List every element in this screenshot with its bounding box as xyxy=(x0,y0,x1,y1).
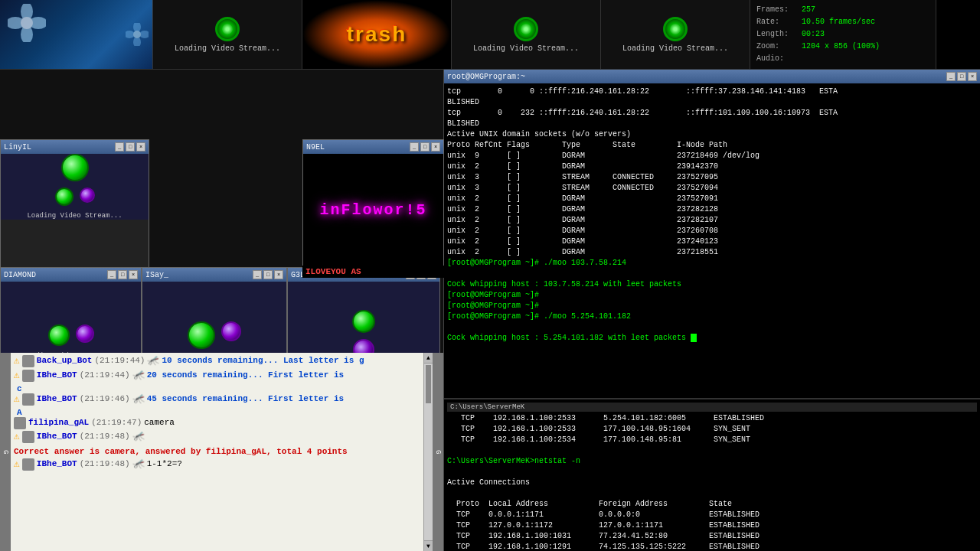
video-cell-4[interactable]: Loading Video Stream... xyxy=(452,0,601,69)
chat-message-4: filipina_gAL (21:19:47) camera xyxy=(14,417,420,429)
username-6: IBhe_BOT xyxy=(37,458,77,469)
length-label: Length: xyxy=(756,28,799,41)
loading-text-5: Loading Video Stream... xyxy=(622,44,728,53)
bt-5: C:\Users\ServerMeK>netstat -n xyxy=(447,456,977,467)
close-btn[interactable]: × xyxy=(129,270,138,279)
minimize-btn[interactable]: _ xyxy=(253,270,262,279)
minimize-btn[interactable]: _ xyxy=(115,142,124,152)
maximize-btn[interactable]: □ xyxy=(263,270,273,279)
avatar-4 xyxy=(14,417,26,429)
chat-message-1: ⚠ Back_up_Bot (21:19:44) 🦟 10 seconds re… xyxy=(14,355,420,368)
cursor xyxy=(691,334,697,342)
scroll-up-btn[interactable]: ▲ xyxy=(424,353,433,364)
close-btn[interactable]: × xyxy=(136,142,145,152)
n9el-window[interactable]: N9EL _ □ × inFlowor!5 xyxy=(302,139,444,266)
orb-2 xyxy=(76,324,94,343)
loading-text-4: Loading Video Stream... xyxy=(473,44,579,53)
bt-12: TCP 192.168.1.100:1031 77.234.41.52:80 E… xyxy=(447,531,977,542)
t-line-21: [root@OMGProgram ~]# xyxy=(447,301,977,311)
video-cell-1[interactable] xyxy=(0,0,153,69)
msg-text-4: camera xyxy=(144,417,175,428)
chat-message-2b: c xyxy=(14,384,420,393)
warning-icon-3: ⚠ xyxy=(14,393,20,406)
t-line-12: unix 2 [ ] DGRAM 237282128 xyxy=(447,204,977,215)
zoom-label: Zoom: xyxy=(756,41,799,53)
bt-8 xyxy=(447,488,977,499)
terminal-close[interactable]: × xyxy=(968,72,977,81)
maximize-btn[interactable]: □ xyxy=(118,270,127,279)
bt-3: TCP 192.168.1.100:2534 177.100.148.95:81… xyxy=(447,435,977,445)
orb-1 xyxy=(352,310,375,333)
video-cell-2[interactable]: Loading Video Stream... xyxy=(153,0,302,69)
username-3: IBhe_BOT xyxy=(37,393,77,404)
t-line-8: unix 2 [ ] DGRAM 239142370 xyxy=(447,161,977,172)
main-area: LinyIL _ □ × xyxy=(0,70,980,551)
orb-1 xyxy=(48,324,70,346)
rate-label: Rate: xyxy=(756,16,799,28)
chat-scrollbar[interactable]: ▲ ▼ xyxy=(423,353,433,551)
t-line-16: unix 2 [ ] DGRAM 237218551 xyxy=(447,247,977,258)
username-2: IBhe_BOT xyxy=(37,370,77,380)
maximize-btn[interactable]: □ xyxy=(126,142,135,152)
chat-message-6: ⚠ IBhe_BOT (21:19:48) 🦟 1-1*2=? xyxy=(14,458,420,471)
bt-11: TCP 127.0.0.1:1172 127.0.0.1:1171 ESTABL… xyxy=(447,520,977,531)
splash-title: trash xyxy=(347,22,407,47)
chat-panel: G ⚠ Back_up_Bot (21:19:44) 🦟 10 seconds … xyxy=(0,353,443,551)
chat-message-3: ⚠ IBhe_BOT (21:19:46) 🦟 45 seconds remai… xyxy=(14,393,420,406)
orb-icon-3 xyxy=(80,187,95,203)
t-line-3: tcp 0 232 ::ffff:216.240.161.28:22 ::fff… xyxy=(447,108,977,119)
terminal-min[interactable]: _ xyxy=(946,72,956,81)
avatar-5 xyxy=(22,431,34,443)
timestamp-5: (21:19:48) xyxy=(80,431,130,442)
t-line-9: unix 3 [ ] STREAM CONNECTED 237527095 xyxy=(447,172,977,183)
bt-6 xyxy=(447,467,977,478)
t-line-6: Proto RefCnt Flags Type State I-Node Pat… xyxy=(447,140,977,151)
chat-sidebar-g2: G xyxy=(433,353,443,551)
timestamp-3: (21:19:46) xyxy=(80,393,130,404)
chat-message-5: ⚠ IBhe_BOT (21:19:48) 🦟 Correct answer i… xyxy=(14,431,420,457)
t-line-14: unix 2 [ ] DGRAM 237260708 xyxy=(447,226,977,236)
timestamp-1: (21:19:44) xyxy=(94,355,145,366)
video-cell-3[interactable]: trash xyxy=(302,0,452,69)
n9el-content: inFlowor!5 xyxy=(319,201,426,219)
maximize-btn[interactable]: □ xyxy=(420,142,430,152)
orb-icon-2 xyxy=(55,187,74,206)
close-btn[interactable]: × xyxy=(274,270,283,279)
chat-message-2: ⚠ IBhe_BOT (21:19:44) 🦟 20 seconds remai… xyxy=(14,370,420,383)
bot-icon-2: 🦟 xyxy=(132,370,145,383)
t-line-10: unix 3 [ ] STREAM CONNECTED 237527094 xyxy=(447,183,977,194)
bt-10: TCP 0.0.0.1:1171 0.0.0.0:0 ESTABLISHED xyxy=(447,510,977,520)
avatar-6 xyxy=(22,458,34,471)
close-btn[interactable]: × xyxy=(431,142,440,152)
warning-icon-2: ⚠ xyxy=(14,370,20,383)
msg-text-3: 45 seconds remaining... First letter is xyxy=(147,393,344,404)
chat-sidebar-g: G xyxy=(0,353,11,551)
terminal-max[interactable]: □ xyxy=(957,72,966,81)
video-windows-area: LinyIL _ □ × xyxy=(0,70,443,353)
minimize-btn[interactable]: _ xyxy=(410,142,419,152)
msg-text-6: 1-1*2=? xyxy=(147,458,182,469)
t-line-22: [root@OMGProgram ~]# ./moo 5.254.101.182 xyxy=(447,311,977,322)
t-line-4: BLISHED xyxy=(447,119,977,129)
warning-icon-5: ⚠ xyxy=(14,431,20,444)
bt-7: Active Connections xyxy=(447,478,977,488)
scroll-thumb[interactable] xyxy=(426,365,431,403)
chat-message-3b: A xyxy=(14,408,420,417)
left-panel: LinyIL _ □ × xyxy=(0,70,444,551)
terminal-titlebar: root@OMGProgram:~ _ □ × xyxy=(444,70,980,83)
diamond-title: DIAMOND xyxy=(4,271,36,279)
minimize-btn[interactable]: _ xyxy=(107,270,116,279)
username-4: filipina_gAL xyxy=(28,417,89,428)
t-line-24: Cock whipping host : 5.254.101.182 with … xyxy=(447,333,977,344)
video-cell-5[interactable]: Loading Video Stream... xyxy=(601,0,750,69)
zoom-value: 1204 x 856 (100%) xyxy=(802,41,880,53)
linyl-window[interactable]: LinyIL _ □ × xyxy=(0,139,149,273)
msg-text-2: 20 seconds remaining... First letter is xyxy=(147,370,344,380)
iloveyou-bar: ILOVEYOU AS xyxy=(302,266,444,278)
orb-1 xyxy=(188,321,215,349)
bt-2: TCP 192.168.1.100:2533 177.100.148.95:16… xyxy=(447,424,977,435)
bottom-bar: C:\Users\ServerMeK xyxy=(447,403,977,412)
scroll-down-btn[interactable]: ▼ xyxy=(424,540,433,551)
bottom-terminal-section: C:\Users\ServerMeK TCP 192.168.1.100:253… xyxy=(444,398,980,551)
bt-9: Proto Local Address Foreign Address Stat… xyxy=(447,499,977,510)
